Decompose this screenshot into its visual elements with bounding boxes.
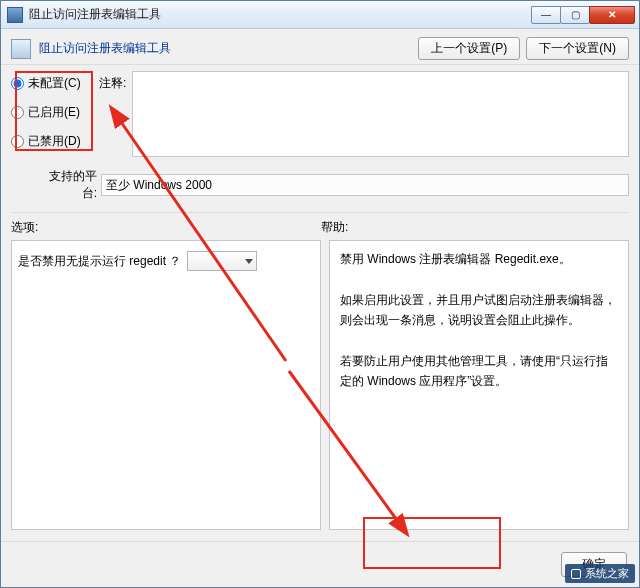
chevron-down-icon — [245, 259, 253, 264]
policy-heading: 阻止访问注册表编辑工具 — [39, 40, 418, 57]
app-icon — [7, 7, 23, 23]
radio-enabled-label: 已启用(E) — [28, 104, 80, 121]
help-paragraph-1: 禁用 Windows 注册表编辑器 Regedit.exe。 — [340, 249, 618, 269]
radio-not-configured[interactable]: 未配置(C) — [11, 75, 99, 92]
radio-enabled-input[interactable] — [11, 106, 24, 119]
watermark-icon — [571, 569, 581, 579]
option-dropdown[interactable] — [187, 251, 257, 271]
comment-textarea[interactable] — [132, 71, 629, 157]
radio-disabled-input[interactable] — [11, 135, 24, 148]
close-button[interactable]: ✕ — [589, 6, 635, 24]
comment-label: 注释: — [99, 75, 126, 162]
help-panel: 禁用 Windows 注册表编辑器 Regedit.exe。 如果启用此设置，并… — [329, 240, 629, 530]
radio-disabled[interactable]: 已禁用(D) — [11, 133, 99, 150]
maximize-button[interactable]: ▢ — [560, 6, 590, 24]
radio-not-configured-input[interactable] — [11, 77, 24, 90]
previous-setting-button[interactable]: 上一个设置(P) — [418, 37, 520, 60]
radio-enabled[interactable]: 已启用(E) — [11, 104, 99, 121]
help-paragraph-2: 如果启用此设置，并且用户试图启动注册表编辑器，则会出现一条消息，说明设置会阻止此… — [340, 290, 618, 331]
supported-on-label: 支持的平台: — [35, 168, 101, 202]
minimize-button[interactable]: — — [531, 6, 561, 24]
option-question-label: 是否禁用无提示运行 regedit ？ — [18, 253, 181, 270]
state-radio-group: 未配置(C) 已启用(E) 已禁用(D) — [11, 71, 99, 162]
help-section-label: 帮助: — [321, 219, 629, 236]
options-panel: 是否禁用无提示运行 regedit ？ — [11, 240, 321, 530]
radio-disabled-label: 已禁用(D) — [28, 133, 81, 150]
divider — [11, 212, 629, 213]
policy-icon — [11, 39, 31, 59]
options-section-label: 选项: — [11, 219, 321, 236]
watermark: 系统之家 — [565, 564, 635, 583]
bottom-bar: 确定 — [1, 541, 639, 587]
watermark-text: 系统之家 — [585, 566, 629, 581]
radio-not-configured-label: 未配置(C) — [28, 75, 81, 92]
window-title: 阻止访问注册表编辑工具 — [29, 6, 532, 23]
titlebar: 阻止访问注册表编辑工具 — ▢ ✕ — [1, 1, 639, 29]
next-setting-button[interactable]: 下一个设置(N) — [526, 37, 629, 60]
supported-on-field — [101, 174, 629, 196]
help-paragraph-3: 若要防止用户使用其他管理工具，请使用“只运行指定的 Windows 应用程序”设… — [340, 351, 618, 392]
